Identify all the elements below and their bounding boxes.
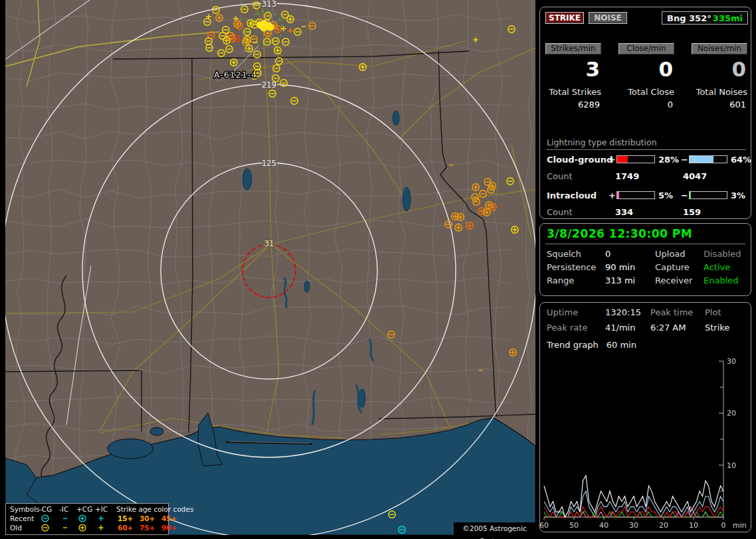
- negative-pct: 3%: [731, 191, 745, 200]
- noise-mode-button[interactable]: NOISE: [589, 12, 627, 24]
- minus-sign: −: [681, 191, 688, 200]
- status-cell-r1c0: Persistence: [547, 262, 596, 272]
- count-label: Count: [547, 207, 573, 217]
- strike-mode-button[interactable]: STRIKE: [545, 12, 584, 24]
- status-cell-r0c2: Upload: [655, 249, 686, 259]
- legend-row-label: Old: [10, 524, 22, 532]
- legend-symbol-cm: [41, 514, 50, 522]
- plus-sign: +: [609, 155, 616, 165]
- legend-symbol-m: [60, 514, 70, 522]
- trend-x-tick-label: 40: [599, 521, 609, 530]
- legend-age-value: 90+: [161, 524, 177, 532]
- negative-bar-fill: [690, 156, 713, 163]
- positive-bar: [616, 191, 655, 199]
- distribution-title: Lightning type distribution: [547, 137, 746, 150]
- negative-bar: [689, 191, 727, 199]
- negative-count: 159: [683, 207, 701, 217]
- trend-y-tick-label: 20: [727, 409, 736, 418]
- legend-age-value: 75+: [140, 524, 155, 532]
- rate-column: Strikes/min3Total Strikes6289: [545, 43, 601, 110]
- stormvue-app: 31321912531A-6121-4 Symbols-CG-IC+CG+ICS…: [0, 0, 756, 539]
- plus-sign: +: [609, 191, 616, 200]
- rate-column: Noises/min0Total Noises601: [692, 43, 747, 110]
- rate-label-button[interactable]: Strikes/min: [545, 43, 601, 54]
- distribution-type-label: Cloud-ground: [547, 155, 613, 165]
- ring-label: 31: [264, 239, 274, 248]
- rate-value: 3: [545, 57, 601, 81]
- trend-x-tick-label: 0: [721, 521, 726, 530]
- total-value: 601: [692, 100, 747, 110]
- trend-axes: [544, 361, 723, 517]
- legend-header: -IC: [59, 505, 68, 513]
- total-label: Total Noises: [692, 87, 747, 97]
- strike-stats-panel: STRIKE NOISE Bng 352° 335mi Strikes/min3…: [539, 7, 751, 219]
- distribution-row: Intracloud+5%−3%: [540, 191, 752, 200]
- positive-pct: 5%: [658, 191, 673, 200]
- trend-y-tick-label: 30: [727, 357, 736, 366]
- total-value: 0: [618, 100, 674, 110]
- legend-symbol-p: [96, 524, 106, 532]
- legend-row-label: Recent: [10, 514, 34, 522]
- bearing-distance: 335mi: [713, 13, 743, 23]
- trend-x-unit-label: min: [733, 521, 747, 530]
- rate-value: 0: [692, 57, 747, 81]
- trend-x-tick-label: 20: [659, 521, 668, 530]
- trend-chart: 1020306050403020100min: [540, 303, 751, 532]
- legend-age-title: Strike age color codes: [116, 505, 193, 513]
- legend-symbol-p: [96, 514, 106, 522]
- trend-x-tick-label: 30: [629, 521, 638, 530]
- status-cell-r0c0: Squelch: [547, 249, 581, 259]
- rate-column: Close/min0Total Close0: [618, 43, 674, 110]
- ring-label: 313: [262, 0, 276, 9]
- strike-symbol-cp: [79, 524, 86, 531]
- lightning-map[interactable]: 31321912531A-6121-4 Symbols-CG-IC+CG+ICS…: [5, 0, 535, 535]
- total-label: Total Strikes: [545, 87, 601, 97]
- bearing-readout: Bng 352° 335mi: [662, 11, 748, 25]
- copyright-label: ©2005 Astrogenic Systems: [454, 522, 535, 535]
- status-cell-r1c2: Capture: [655, 262, 690, 272]
- positive-count: 1749: [615, 171, 639, 181]
- trend-x-tick-label: 10: [689, 521, 698, 530]
- divider: [545, 244, 745, 244]
- negative-bar: [689, 155, 727, 163]
- legend-symbol-m: [60, 524, 70, 532]
- storm-cell-label: A-6121-4: [214, 70, 257, 80]
- strike-symbol-p: [98, 516, 104, 521]
- minus-sign: −: [681, 155, 688, 165]
- strike-core-flash: [267, 24, 274, 31]
- strike-symbol-cm: [42, 515, 48, 522]
- rate-label-button[interactable]: Noises/min: [692, 43, 747, 54]
- rate-label-button[interactable]: Close/min: [618, 43, 674, 54]
- distribution-count-row: Count17494047: [540, 171, 752, 181]
- total-label: Total Close: [618, 87, 674, 97]
- distribution-row: Cloud-ground+28%−64%: [540, 155, 752, 164]
- legend-symbol-cp: [78, 514, 87, 522]
- trend-series-totalstrikes: [544, 475, 723, 517]
- status-cell-r2c2: Receiver: [655, 275, 692, 285]
- legend-age-value: 60+: [118, 524, 133, 532]
- status-cell-r1c3: Active: [704, 262, 730, 272]
- status-panel: 3/8/2026 12:30:00 PM Squelch0UploadDisab…: [539, 223, 751, 296]
- strike-core-flash: [260, 25, 267, 31]
- status-cell-r0c1: 0: [605, 249, 611, 259]
- trend-x-tick-label: 60: [540, 521, 549, 530]
- negative-pct: 64%: [731, 155, 751, 165]
- map-canvas: 31321912531A-6121-4: [5, 0, 535, 535]
- symbol-legend: Symbols-CG-IC+CG+ICStrike age color code…: [5, 503, 169, 535]
- total-value: 6289: [545, 100, 601, 110]
- positive-bar-fill: [617, 192, 619, 198]
- datetime-display: 3/8/2026 12:30:00 PM: [547, 227, 692, 240]
- distribution-count-row: Count334159: [540, 207, 752, 216]
- trend-series-ic: [544, 512, 723, 517]
- legend-age-value: 45+: [161, 514, 177, 522]
- positive-pct: 28%: [658, 155, 679, 165]
- count-label: Count: [547, 171, 573, 181]
- bearing-value: Bng 352°: [667, 13, 711, 23]
- legend-header: +CG: [76, 505, 92, 513]
- status-cell-r2c0: Range: [547, 275, 574, 285]
- positive-count: 334: [615, 207, 633, 217]
- trend-panel: Uptime1320:15Peak timePlotPeak rate41/mi…: [539, 302, 751, 532]
- trend-series-cg: [544, 506, 723, 517]
- trend-series-cg: [544, 491, 723, 517]
- legend-age-value: 30+: [140, 514, 155, 522]
